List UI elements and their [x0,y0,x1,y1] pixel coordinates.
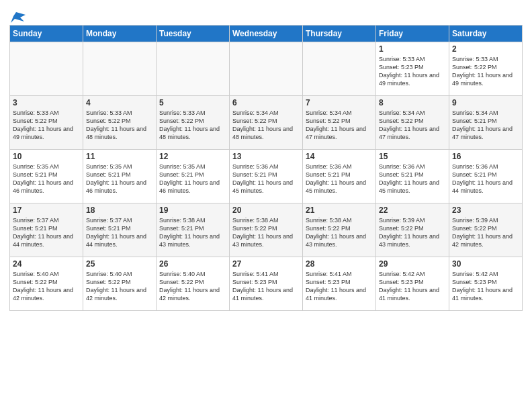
day-of-week-header: Friday [376,26,449,42]
day-info: Sunrise: 5:38 AM Sunset: 5:21 PM Dayligh… [159,216,226,249]
day-info: Sunrise: 5:39 AM Sunset: 5:22 PM Dayligh… [379,216,446,249]
day-info: Sunrise: 5:37 AM Sunset: 5:21 PM Dayligh… [13,216,80,249]
day-info: Sunrise: 5:34 AM Sunset: 5:22 PM Dayligh… [379,109,446,142]
calendar-day-cell: 2Sunrise: 5:33 AM Sunset: 5:22 PM Daylig… [449,42,523,96]
calendar-day-cell: 21Sunrise: 5:38 AM Sunset: 5:22 PM Dayli… [303,203,376,257]
day-number: 18 [86,205,153,215]
day-info: Sunrise: 5:39 AM Sunset: 5:22 PM Dayligh… [452,216,519,249]
calendar-day-cell: 14Sunrise: 5:36 AM Sunset: 5:21 PM Dayli… [303,150,376,203]
calendar-day-cell [230,42,303,96]
day-info: Sunrise: 5:41 AM Sunset: 5:23 PM Dayligh… [232,270,300,303]
day-info: Sunrise: 5:34 AM Sunset: 5:22 PM Dayligh… [306,109,373,142]
calendar-day-cell: 7Sunrise: 5:34 AM Sunset: 5:22 PM Daylig… [303,96,376,150]
day-number: 4 [86,98,153,107]
calendar-header-row: SundayMondayTuesdayWednesdayThursdayFrid… [10,26,523,42]
calendar-day-cell: 3Sunrise: 5:33 AM Sunset: 5:22 PM Daylig… [10,96,83,150]
calendar-day-cell: 23Sunrise: 5:39 AM Sunset: 5:22 PM Dayli… [449,203,523,257]
day-info: Sunrise: 5:35 AM Sunset: 5:21 PM Dayligh… [159,163,226,195]
page: SundayMondayTuesdayWednesdayThursdayFrid… [0,0,532,411]
day-number: 21 [306,205,373,215]
calendar-week-row: 24Sunrise: 5:40 AM Sunset: 5:22 PM Dayli… [10,257,523,311]
day-number: 9 [452,98,519,107]
calendar-day-cell: 5Sunrise: 5:33 AM Sunset: 5:22 PM Daylig… [157,96,230,150]
calendar-day-cell [83,42,157,96]
calendar-week-row: 10Sunrise: 5:35 AM Sunset: 5:21 PM Dayli… [10,150,523,203]
calendar-day-cell: 18Sunrise: 5:37 AM Sunset: 5:21 PM Dayli… [83,203,157,257]
calendar-day-cell: 12Sunrise: 5:35 AM Sunset: 5:21 PM Dayli… [157,150,230,203]
calendar-day-cell [10,42,83,96]
day-number: 11 [86,152,153,161]
day-info: Sunrise: 5:40 AM Sunset: 5:22 PM Dayligh… [159,270,226,303]
calendar-week-row: 17Sunrise: 5:37 AM Sunset: 5:21 PM Dayli… [10,203,523,257]
calendar-day-cell: 30Sunrise: 5:42 AM Sunset: 5:23 PM Dayli… [449,257,523,311]
logo-general [9,9,26,24]
day-info: Sunrise: 5:36 AM Sunset: 5:21 PM Dayligh… [379,163,446,195]
calendar-day-cell: 9Sunrise: 5:34 AM Sunset: 5:21 PM Daylig… [449,96,523,150]
day-info: Sunrise: 5:36 AM Sunset: 5:21 PM Dayligh… [306,163,373,195]
day-number: 10 [13,152,80,161]
day-number: 24 [13,259,80,269]
day-number: 6 [232,98,300,107]
day-number: 1 [379,44,446,54]
calendar-day-cell: 1Sunrise: 5:33 AM Sunset: 5:23 PM Daylig… [376,42,449,96]
day-of-week-header: Sunday [10,26,83,42]
day-info: Sunrise: 5:38 AM Sunset: 5:22 PM Dayligh… [306,216,373,249]
day-number: 5 [159,98,226,107]
header [9,7,523,21]
day-number: 23 [452,205,519,215]
day-of-week-header: Wednesday [230,26,303,42]
day-number: 3 [13,98,80,107]
calendar-day-cell: 4Sunrise: 5:33 AM Sunset: 5:22 PM Daylig… [83,96,157,150]
calendar-day-cell: 11Sunrise: 5:35 AM Sunset: 5:21 PM Dayli… [83,150,157,203]
day-number: 16 [452,152,519,161]
calendar-day-cell: 28Sunrise: 5:41 AM Sunset: 5:23 PM Dayli… [303,257,376,311]
day-number: 13 [232,152,300,161]
day-info: Sunrise: 5:34 AM Sunset: 5:21 PM Dayligh… [452,109,519,142]
day-number: 25 [86,259,153,269]
day-number: 8 [379,98,446,107]
calendar-week-row: 3Sunrise: 5:33 AM Sunset: 5:22 PM Daylig… [10,96,523,150]
day-number: 28 [306,259,373,269]
day-info: Sunrise: 5:40 AM Sunset: 5:22 PM Dayligh… [86,270,153,303]
day-number: 19 [159,205,226,215]
day-info: Sunrise: 5:33 AM Sunset: 5:22 PM Dayligh… [159,109,226,142]
day-info: Sunrise: 5:42 AM Sunset: 5:23 PM Dayligh… [379,270,446,303]
calendar-day-cell: 17Sunrise: 5:37 AM Sunset: 5:21 PM Dayli… [10,203,83,257]
day-info: Sunrise: 5:41 AM Sunset: 5:23 PM Dayligh… [306,270,373,303]
day-number: 22 [379,205,446,215]
day-of-week-header: Saturday [449,26,523,42]
calendar-day-cell [157,42,230,96]
calendar-day-cell: 16Sunrise: 5:36 AM Sunset: 5:21 PM Dayli… [449,150,523,203]
day-number: 12 [159,152,226,161]
day-number: 30 [452,259,519,269]
day-number: 17 [13,205,80,215]
day-info: Sunrise: 5:40 AM Sunset: 5:22 PM Dayligh… [13,270,80,303]
day-of-week-header: Tuesday [157,26,230,42]
calendar-day-cell: 8Sunrise: 5:34 AM Sunset: 5:22 PM Daylig… [376,96,449,150]
day-number: 7 [306,98,373,107]
day-info: Sunrise: 5:33 AM Sunset: 5:23 PM Dayligh… [379,55,446,88]
calendar-day-cell: 19Sunrise: 5:38 AM Sunset: 5:21 PM Dayli… [157,203,230,257]
day-info: Sunrise: 5:34 AM Sunset: 5:22 PM Dayligh… [232,109,300,142]
calendar-day-cell: 27Sunrise: 5:41 AM Sunset: 5:23 PM Dayli… [230,257,303,311]
calendar-week-row: 1Sunrise: 5:33 AM Sunset: 5:23 PM Daylig… [10,42,523,96]
day-number: 2 [452,44,519,54]
calendar: SundayMondayTuesdayWednesdayThursdayFrid… [9,25,523,311]
calendar-day-cell [303,42,376,96]
calendar-day-cell: 20Sunrise: 5:38 AM Sunset: 5:22 PM Dayli… [230,203,303,257]
logo-bird-icon [11,11,26,23]
day-info: Sunrise: 5:35 AM Sunset: 5:21 PM Dayligh… [86,163,153,195]
calendar-day-cell: 10Sunrise: 5:35 AM Sunset: 5:21 PM Dayli… [10,150,83,203]
day-number: 26 [159,259,226,269]
day-info: Sunrise: 5:42 AM Sunset: 5:23 PM Dayligh… [452,270,519,303]
day-number: 15 [379,152,446,161]
logo [9,9,26,21]
day-of-week-header: Monday [83,26,157,42]
day-info: Sunrise: 5:36 AM Sunset: 5:21 PM Dayligh… [232,163,300,195]
calendar-day-cell: 22Sunrise: 5:39 AM Sunset: 5:22 PM Dayli… [376,203,449,257]
day-number: 27 [232,259,300,269]
day-info: Sunrise: 5:33 AM Sunset: 5:22 PM Dayligh… [13,109,80,142]
calendar-day-cell: 13Sunrise: 5:36 AM Sunset: 5:21 PM Dayli… [230,150,303,203]
day-number: 20 [232,205,300,215]
day-number: 29 [379,259,446,269]
